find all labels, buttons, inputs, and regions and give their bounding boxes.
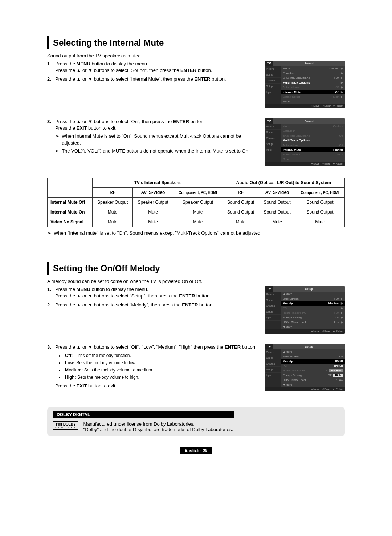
- dolby-pill: DOLBY DIGITAL: [53, 411, 234, 418]
- osd-setup-1: TVSetupPictureSoundChannelSetupInput▲Mor…: [265, 286, 345, 334]
- th-internal: TV's Internal Speakers: [92, 178, 222, 188]
- bullet-item: Low: Sets the melody volume to low.: [59, 360, 261, 366]
- table-row: Internal Mute OnMuteMuteMuteSound Output…: [48, 207, 345, 217]
- bullet-item: Medium: Sets the melody volume to medium…: [59, 367, 261, 373]
- section-title-1: Selecting the Internal Mute: [47, 36, 345, 49]
- page-number: English - 35: [180, 447, 212, 454]
- mute-table: TV's Internal Speakers Audio Out (Optica…: [47, 178, 345, 227]
- dolby-box: DOLBY DIGITAL ◧◨ DOLBY D I G I T A L Man…: [47, 407, 345, 436]
- osd-sound-1: TVSoundPictureSoundChannelSetupInputMode…: [265, 61, 345, 108]
- s1-step3a: Press the ▲ or ▼ buttons to select "On",…: [55, 119, 205, 124]
- table-row: Video No SignalMuteMuteMuteMuteMuteMute: [48, 217, 345, 227]
- bullet-item: High: Sets the melody volume to high.: [59, 374, 261, 381]
- sub-header: AV, S-Video: [259, 188, 295, 198]
- s2-step2: Press the ▲ or ▼ buttons to select "Melo…: [47, 302, 261, 308]
- sub-header: AV, S-Video: [133, 188, 173, 198]
- s1-step1b: Press the ▲ or ▼ buttons to select "Soun…: [55, 68, 212, 73]
- sub-header: Component, PC, HDMI: [295, 188, 345, 198]
- osd-sound-2: TVSoundPictureSoundChannelSetupInputMode…: [265, 118, 345, 166]
- s2-step1: Press the MENU button to display the men…: [47, 286, 261, 299]
- sub-header: Component, PC, HDMI: [173, 188, 222, 198]
- s1-step3: Press the ▲ or ▼ buttons to select "On",…: [47, 118, 261, 154]
- s1-note1: When Internal Mute is set to "On", Sound…: [55, 133, 261, 146]
- table-row: Internal Mute OffSpeaker OutputSpeaker O…: [48, 198, 345, 207]
- bullet-item: Off: Turns off the melody function.: [59, 353, 261, 359]
- th-audioout: Audio Out (Optical, L/R Out) to Sound Sy…: [222, 178, 345, 188]
- sub-header: RF: [92, 188, 132, 198]
- section-title-2: Setting the On/Off Melody: [47, 262, 345, 275]
- dolby-line2: "Dolby" and the double-D symbol are trad…: [83, 427, 233, 432]
- s2-step3: Press the ▲ or ▼ buttons to select "Off"…: [47, 344, 261, 389]
- intro-2: A melody sound can be set to come on whe…: [47, 279, 345, 284]
- s1-step2: Press the ▲ or ▼ buttons to select "Inte…: [47, 76, 261, 82]
- s1-step1: Press the MENU button to display the men…: [47, 61, 261, 74]
- s1-step1a: Press the MENU button to display the men…: [55, 61, 148, 66]
- osd-setup-2: TVSetupPictureSoundChannelSetupInput▲Mor…: [265, 344, 345, 391]
- s1-step3b: Press the EXIT button to exit.: [55, 125, 117, 131]
- dolby-logo: ◧◨ DOLBY D I G I T A L: [53, 421, 78, 430]
- intro-1: Sound output from the TV speakers is mut…: [47, 53, 345, 58]
- s1-note2: The VOL+, VOL− and MUTE buttons do not o…: [55, 148, 261, 154]
- dolby-line1: Manufactured under license from Dolby La…: [83, 421, 233, 427]
- table-note: When "Internal mute" is set to "On", Sou…: [47, 230, 345, 236]
- sub-header: RF: [222, 188, 259, 198]
